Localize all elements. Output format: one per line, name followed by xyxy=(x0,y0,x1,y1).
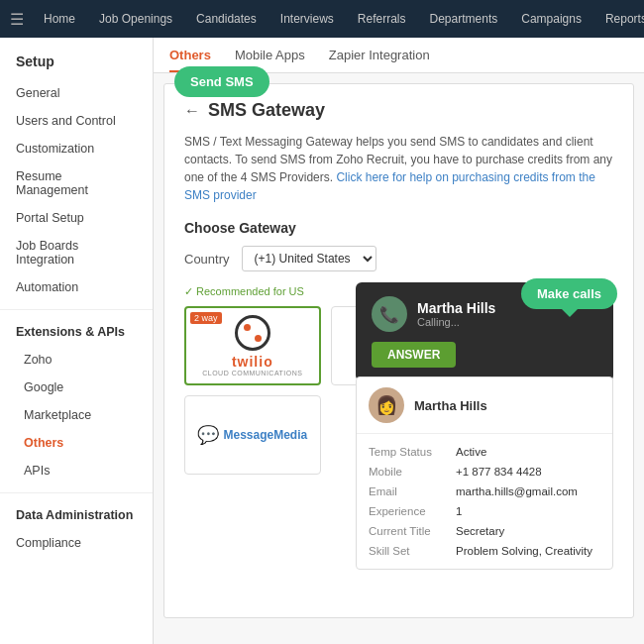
contact-row-skills: Skill Set Problem Solving, Creativity xyxy=(369,541,600,561)
choose-gateway-label: Choose Gateway xyxy=(184,220,613,236)
menu-icon[interactable]: ☰ xyxy=(10,10,24,29)
send-sms-tooltip: Send SMS xyxy=(174,66,269,97)
back-arrow[interactable]: ← xyxy=(184,102,200,120)
field-label-tempstatus: Temp Status xyxy=(369,446,448,458)
twilio-text: twilio xyxy=(232,354,273,370)
gateway-messagemedia[interactable]: 💬 MessageMedia xyxy=(184,395,321,475)
contact-row-email: Email martha.hills@gmail.com xyxy=(369,482,600,501)
sidebar-item-compliance[interactable]: Compliance xyxy=(0,529,153,557)
nav-candidates[interactable]: Candidates xyxy=(192,10,261,28)
sidebar-item-zoho[interactable]: Zoho xyxy=(0,346,153,374)
contact-row-mobile: Mobile +1 877 834 4428 xyxy=(369,462,600,482)
gateway-twilio[interactable]: 2 way twilio CLOUD COMMUNICATIONS xyxy=(184,306,321,385)
nav-home[interactable]: Home xyxy=(40,10,79,28)
sidebar-item-data-admin[interactable]: Data Administration xyxy=(0,501,153,529)
twilio-badge: 2 way xyxy=(190,312,222,324)
sidebar-item-job-boards[interactable]: Job Boards Integration xyxy=(0,232,153,273)
nav-job-openings[interactable]: Job Openings xyxy=(95,10,176,28)
sidebar-item-others[interactable]: Others xyxy=(0,429,153,457)
field-value-email: martha.hills@gmail.com xyxy=(456,485,578,497)
contact-photo: 👩 xyxy=(369,387,404,423)
nav-campaigns[interactable]: Campaigns xyxy=(517,10,586,28)
calling-info: Martha Hills Calling... xyxy=(417,300,495,328)
calling-status: Calling... xyxy=(417,316,495,328)
contact-card: 👩 Martha Hills Temp Status Active Mobile… xyxy=(356,376,613,570)
sidebar-item-automation[interactable]: Automation xyxy=(0,273,153,301)
twilio-circle xyxy=(235,315,270,351)
nav-departments[interactable]: Departments xyxy=(426,10,502,28)
page-title: SMS Gateway xyxy=(208,100,325,121)
contact-fields: Temp Status Active Mobile +1 877 834 442… xyxy=(357,434,612,569)
contact-header: 👩 Martha Hills xyxy=(357,377,612,434)
sidebar-item-customization[interactable]: Customization xyxy=(0,135,153,162)
field-value-tempstatus: Active xyxy=(456,446,486,458)
contact-row-experience: Experience 1 xyxy=(369,501,600,521)
nav-interviews[interactable]: Interviews xyxy=(276,10,338,28)
main-layout: Setup General Users and Control Customiz… xyxy=(0,38,644,644)
caller-name: Martha Hills xyxy=(417,300,495,316)
field-value-mobile: +1 877 834 4428 xyxy=(456,466,542,478)
nav-reports[interactable]: Reports xyxy=(601,10,644,28)
field-label-email: Email xyxy=(369,485,448,497)
sidebar-item-apis[interactable]: APIs xyxy=(0,457,153,484)
sidebar-item-marketplace[interactable]: Marketplace xyxy=(0,401,153,429)
twilio-sub: CLOUD COMMUNICATIONS xyxy=(202,370,302,376)
sidebar-item-users[interactable]: Users and Control xyxy=(0,107,153,135)
page-header: ← SMS Gateway xyxy=(184,100,613,121)
field-label-title: Current Title xyxy=(369,525,448,537)
sidebar-item-google[interactable]: Google xyxy=(0,374,153,401)
twilio-logo: twilio CLOUD COMMUNICATIONS xyxy=(202,315,302,376)
calling-avatar: 📞 xyxy=(372,296,407,332)
make-calls-tooltip: Make calls xyxy=(521,278,617,309)
contact-name: Martha Hills xyxy=(414,398,487,413)
sidebar: Setup General Users and Control Customiz… xyxy=(0,38,154,644)
top-nav: ☰ Home Job Openings Candidates Interview… xyxy=(0,0,644,38)
field-label-skills: Skill Set xyxy=(369,545,448,557)
twilio-dot-tl xyxy=(244,324,251,331)
main-content: Others Mobile Apps Zapier Integration Se… xyxy=(154,38,644,644)
field-label-mobile: Mobile xyxy=(369,466,448,478)
country-row: Country (+1) United States xyxy=(184,246,613,271)
page-content: Send SMS ← SMS Gateway SMS / Text Messag… xyxy=(163,83,634,618)
sidebar-item-portal[interactable]: Portal Setup xyxy=(0,204,153,232)
sidebar-item-resume[interactable]: Resume Management xyxy=(0,162,153,204)
sidebar-section-title: Setup xyxy=(0,54,153,79)
field-label-experience: Experience xyxy=(369,505,448,517)
contact-row-title: Current Title Secretary xyxy=(369,521,600,541)
sidebar-item-extensions[interactable]: Extensions & APIs xyxy=(0,318,153,346)
messagemedia-logo: 💬 MessageMedia xyxy=(197,424,307,446)
field-value-experience: 1 xyxy=(456,505,462,517)
contact-row-tempstatus: Temp Status Active xyxy=(369,442,600,462)
field-value-skills: Problem Solving, Creativity xyxy=(456,545,592,557)
twilio-dot-br xyxy=(255,335,262,342)
description: SMS / Text Messaging Gateway helps you s… xyxy=(184,133,613,204)
country-label: Country xyxy=(184,252,230,267)
tab-zapier[interactable]: Zapier Integration xyxy=(329,38,430,72)
sidebar-item-general[interactable]: General xyxy=(0,79,153,107)
nav-referrals[interactable]: Referrals xyxy=(354,10,410,28)
answer-button[interactable]: ANSWER xyxy=(372,342,456,368)
country-select[interactable]: (+1) United States xyxy=(242,246,376,271)
field-value-title: Secretary xyxy=(456,525,504,537)
